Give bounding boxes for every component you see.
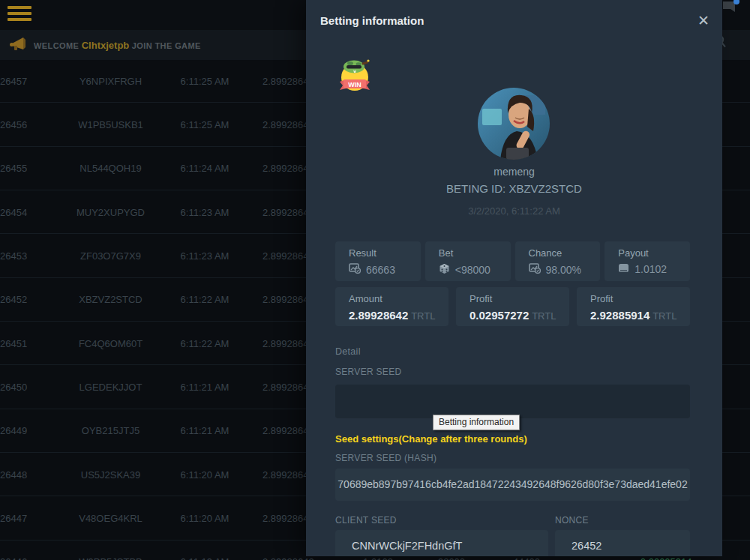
total-profit-currency: TRTL [652, 310, 676, 322]
amount-currency: TRTL [411, 310, 435, 322]
svg-text:WIN: WIN [348, 81, 362, 88]
cell-time: 6:11:21 AM [164, 425, 246, 436]
cell-time: 6:11:22 AM [164, 294, 246, 305]
client-seed-input[interactable]: CNNrWCkjF2FHdnGfT [335, 530, 548, 556]
cell-id: 26447 [0, 512, 52, 523]
cell-user: NL544QOH19 [64, 163, 158, 174]
welcome-username: Clhtxjetpb [82, 40, 130, 51]
cell-user: W1PB5USKB1 [64, 118, 158, 130]
detail-label: Detail [335, 346, 361, 357]
cell-id: 26446 [0, 556, 52, 560]
server-seed-hash-label: SERVER SEED (HASH) [335, 453, 436, 463]
cell-time: 6:11:21 AM [164, 381, 246, 392]
stat-payout: Payout 1.0102 [604, 241, 690, 281]
stat-bet-label: Bet [439, 247, 511, 259]
cell-id: 26452 [0, 294, 52, 305]
cell-id: 26457 [0, 75, 52, 86]
cell-user: MUY2XUPYGD [64, 206, 158, 217]
betting-id: BETING ID: XBZVZ2STCD [306, 182, 722, 195]
profit-label: Profit [470, 293, 569, 304]
welcome-prefix: WELCOME [34, 41, 79, 50]
cell-amount: 2.89928642 [262, 556, 360, 560]
server-seed-input[interactable] [335, 385, 690, 418]
payout-icon [618, 263, 629, 275]
stat-chance-value: 98.00% [546, 264, 581, 276]
avatar [478, 88, 550, 160]
stat-payout-value: 1.0102 [634, 263, 667, 275]
profit-value: 0.02957272 [470, 309, 529, 322]
nonce-input[interactable]: 26452 [555, 530, 690, 556]
cell-id: 26454 [0, 206, 52, 217]
megaphone-icon [9, 34, 29, 58]
cell-user: LGEDEKJJOT [64, 381, 158, 392]
cell-id: 26455 [0, 163, 52, 174]
cell-time: 6:11:19 AM [164, 556, 246, 560]
bet-amounts-row: Amount 2.89928642 TRTL Profit 0.02957272… [335, 287, 690, 326]
welcome-suffix: JOIN THE GAME [132, 41, 201, 50]
stat-bet: Bet <98000 [425, 241, 511, 281]
stat-result-label: Result [349, 247, 421, 259]
cell-user: XBZVZ2STCD [64, 294, 158, 305]
cell-id: 26450 [0, 381, 52, 392]
cell-id: 26451 [0, 337, 52, 349]
cell-time: 6:11:20 AM [164, 512, 246, 523]
betting-information-modal: Betting information ✕ WIN [306, 0, 722, 556]
total-profit-value: 2.92885914 [590, 309, 650, 322]
cell-time: 6:11:24 AM [164, 163, 246, 174]
cell-payout: 1.0102 [354, 556, 402, 560]
cell-user: V48OEG4KRL [64, 512, 158, 523]
nonce-label: NONCE [555, 515, 589, 526]
seed-settings-note: Seed settings(Change after three rounds) [335, 433, 527, 445]
dice-icon [439, 263, 450, 277]
chat-bubble-icon[interactable] [722, 0, 741, 21]
cell-id: 26453 [0, 250, 52, 261]
cell-user: FC4Q6OM60T [64, 337, 158, 349]
cell-user: US5J2SKA39 [64, 469, 158, 480]
cell-user: W9PB5JSTBB [64, 556, 158, 560]
stat-result: Result 66663 [335, 241, 421, 281]
bet-stats-row: Result 66663 Bet [335, 241, 690, 281]
cell-user: Y6NPIXFRGH [64, 75, 158, 86]
player-name: memeng [306, 166, 722, 178]
cell-user: OYB215JTJ5 [64, 425, 158, 436]
server-seed-hash-input[interactable]: 70689eb897b97416cb4fe2ad18472243492648f9… [335, 469, 690, 501]
win-badge-icon: WIN [331, 57, 379, 97]
profit-currency: TRTL [532, 310, 556, 322]
cell-time: 6:11:20 AM [164, 469, 246, 480]
amount-value: 2.89928642 [349, 309, 408, 322]
stat-bet-value: <98000 [455, 264, 490, 276]
cell-result: 44400 [502, 556, 550, 560]
close-icon[interactable]: ✕ [694, 12, 712, 30]
cell-bet: 98000 [428, 556, 476, 560]
cell-id: 26456 [0, 118, 52, 130]
amount-box: Amount 2.89928642 TRTL [335, 287, 448, 326]
stat-result-value: 66663 [366, 264, 395, 276]
chance-icon [529, 263, 541, 276]
cell-id: 26449 [0, 425, 52, 436]
modal-title: Betting information [320, 14, 424, 27]
stat-payout-label: Payout [618, 247, 690, 259]
result-icon [349, 263, 361, 276]
tooltip: Betting information [433, 415, 520, 430]
amount-label: Amount [349, 293, 448, 304]
profit-box: Profit 0.02957272 TRTL [456, 287, 569, 326]
cell-id: 26448 [0, 469, 52, 480]
bet-timestamp: 3/2/2020, 6:11:22 AM [306, 205, 722, 217]
cell-time: 6:11:22 AM [164, 337, 246, 349]
cell-time: 6:11:23 AM [164, 206, 246, 217]
cell-time: 6:11:25 AM [164, 75, 246, 86]
cell-user: ZF03O7G7X9 [64, 250, 158, 261]
cell-profit: 0.00005914 [634, 556, 716, 560]
server-seed-label: SERVER SEED [335, 367, 401, 377]
cell-time: 6:11:25 AM [164, 118, 246, 130]
page: WELCOME Clhtxjetpb JOIN THE GAME 26457Y6… [0, 0, 750, 560]
client-seed-label: CLIENT SEED [335, 515, 397, 526]
cell-time: 6:11:23 AM [164, 250, 246, 261]
stat-chance-label: Chance [529, 247, 601, 259]
total-profit-label: Profit [590, 293, 690, 304]
welcome-message: WELCOME Clhtxjetpb JOIN THE GAME [34, 40, 201, 51]
total-profit-box: Profit 2.92885914 TRTL [577, 287, 690, 326]
stat-chance: Chance 98.00% [515, 241, 601, 281]
hamburger-menu-icon[interactable] [8, 6, 32, 24]
